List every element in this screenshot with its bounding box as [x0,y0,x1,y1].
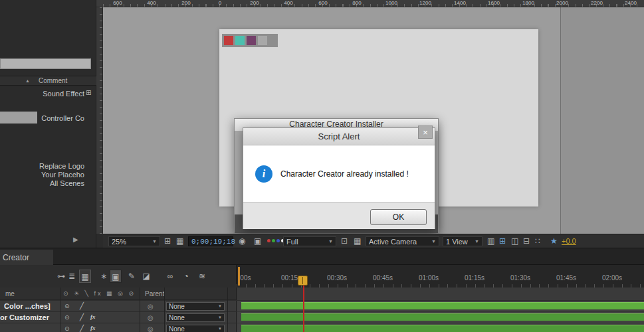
quality-icon[interactable]: ╱ [80,325,84,332]
eye-icon[interactable]: ⊙ [64,303,70,309]
panel-expand-arrow[interactable]: ▶ [73,236,78,243]
pick-whip-icon[interactable]: ◎ [148,303,154,310]
ruler-tick-label: 2400 [625,0,637,6]
layer-duration-bar[interactable] [241,325,644,332]
parent-dropdown[interactable]: None ▼ [166,302,225,311]
viewport-right-pane [560,7,644,234]
quality-icon[interactable]: ╱ [80,302,84,309]
guides-icon[interactable]: ⊟ [523,234,530,248]
grid-overlay-icon[interactable]: ▥ [487,234,494,248]
switches-column-header: ⊙ ☀ ╲ fx ▦ ◎ ⊘ [63,290,136,297]
time-label: 01:45s [556,274,576,282]
ruler-tick-label: 800 [352,0,361,6]
quality-icon[interactable]: ╱ [80,313,84,321]
parent-dropdown[interactable]: None ▼ [166,325,225,332]
layer-row[interactable]: or Customizer ⊙ ╱ fx ◎ None ▼ [0,312,236,323]
work-area-marker[interactable] [238,267,240,286]
pick-whip-icon[interactable]: ◎ [148,314,154,321]
layer-item-placeholder[interactable]: Your Placeho [0,170,84,179]
resolution-dropdown[interactable]: Full ▼ [283,236,336,246]
alert-message: Character Creator already installed ! [280,169,409,179]
layer-duration-bar[interactable] [241,302,644,309]
layer-item-sound-effect[interactable]: Sound Effect [0,89,84,98]
mask-visibility-icon[interactable]: ◫ [511,234,518,248]
current-time-indicator-line[interactable] [303,286,304,332]
time-label: 01:15s [465,274,484,282]
parent-value: None [169,325,185,332]
parent-dropdown[interactable]: None ▼ [166,313,225,322]
chevron-down-icon: ▼ [218,314,222,321]
grid-icon[interactable]: ⊞ [164,234,171,248]
color-swatch [235,36,245,45]
time-label: :00s [239,274,251,282]
layer-name[interactable]: or Customizer [0,313,49,321]
camera-icon[interactable]: ◉ [239,234,245,248]
close-button[interactable]: × [418,125,433,139]
time-label: 01:30s [510,274,530,282]
timeline-panel: ⊶ ≣ ▦ ∗ ▣ ✎ ◪ ∞ ◔ ≋ :00s 00:15s 00:30s 0… [0,265,644,332]
layer-name[interactable]: Color ...ches] [4,302,51,310]
comment-column-header[interactable]: ▲ Comment [0,76,96,86]
rulers-icon[interactable]: ∷ [535,234,540,248]
panel-scroll-thumb[interactable] [0,58,91,69]
clock-icon[interactable]: ◔ [180,270,192,283]
pick-whip-icon[interactable]: ◎ [148,325,154,332]
time-label: 00:30s [327,274,347,282]
fx-badge: fx [90,313,96,320]
layer-item-all-scenes[interactable]: All Scenes [0,179,84,188]
ruler-tick-label: 1400 [454,0,466,6]
name-column-header[interactable]: me [5,290,15,297]
color-swatch-strip [222,34,278,47]
timeline-ruler[interactable]: :00s 00:15s 00:30s 00:45s 01:00s 01:15s … [236,265,644,288]
chevron-down-icon: ▼ [218,303,222,310]
exposure-control[interactable]: +0.0 [562,237,576,245]
ruler-tick-label: 0 [219,0,221,6]
vertical-ruler[interactable] [96,7,103,234]
chevron-down-icon: ▼ [472,239,479,244]
region-of-interest-icon[interactable]: ⊡ [341,234,348,248]
parent-column-header[interactable]: Parent [145,290,164,297]
binoculars-icon[interactable]: ∞ [164,270,176,283]
horizontal-ruler[interactable]: 600 400 200 0 200 400 600 800 1000 1200 … [103,0,644,7]
ruler-tick-label: 1800 [522,0,534,6]
tab-creator[interactable]: Creator [0,250,53,266]
current-time-indicator-head[interactable] [298,276,308,286]
fast-previews-icon[interactable]: ★ [550,234,558,248]
camera-view-dropdown[interactable]: Active Camera ▼ [366,236,439,246]
graph-editor-pencil-icon[interactable]: ✎ [126,270,138,283]
ruler-tick-label: 2200 [591,0,603,6]
eye-icon[interactable]: ⊙ [64,325,70,332]
column-divider [140,288,140,332]
close-icon: × [423,127,428,137]
color-swatch [224,36,233,45]
checkerboard-icon[interactable]: ▦ [354,234,361,248]
timecode-display[interactable]: 0;00;19;18 [188,236,233,246]
layer-row[interactable]: Color ...ches] ⊙ ╱ ◎ None ▼ [0,301,236,312]
motion-sketch-icon[interactable]: ∗ [98,270,110,283]
layer-lane [236,323,644,332]
motion-blur-icon[interactable]: ≋ [196,270,208,283]
layer-duration-bar[interactable] [241,313,644,321]
draft-3d-button[interactable]: ▦ [79,270,91,283]
view-layout-dropdown[interactable]: 1 View ▼ [443,236,483,246]
proportional-grid-icon[interactable]: ⊞ [499,234,506,248]
alert-titlebar[interactable]: Script Alert [243,128,435,145]
zoom-dropdown[interactable]: 25% ▼ [108,236,160,246]
ruler-tick-label: 600 [113,0,122,6]
snapshot-icon[interactable]: ▣ [254,234,261,248]
eraser-icon[interactable]: ◪ [140,270,152,283]
layer-item-controller[interactable]: Controller Co [0,114,84,123]
viewport-toolbar: 25% ▼ ⊞ ▦ 0;00;19;18 ◉ ▣ Full ▼ ⊡ ▦ Acti… [103,234,644,248]
transparency-grid-icon[interactable]: ▦ [176,234,183,248]
layer-item-replace-logo[interactable]: Replace Logo [0,161,84,171]
layer-row[interactable]: ⊙ ╱ fx ◎ None ▼ [0,323,236,332]
live-update-button[interactable]: ▣ [110,270,122,283]
after-effects-window: 600 400 200 0 200 400 600 800 1000 1200 … [0,0,644,332]
rgb-channels-icon[interactable] [267,239,284,242]
eye-icon[interactable]: ⊙ [64,314,70,321]
comp-flowchart-icon[interactable]: ≣ [66,270,78,283]
ok-button[interactable]: OK [370,209,427,225]
color-swatch [247,36,256,45]
collapse-triangle-icon: ▲ [25,76,30,85]
timeline-tab-strip: Creator [0,248,644,265]
